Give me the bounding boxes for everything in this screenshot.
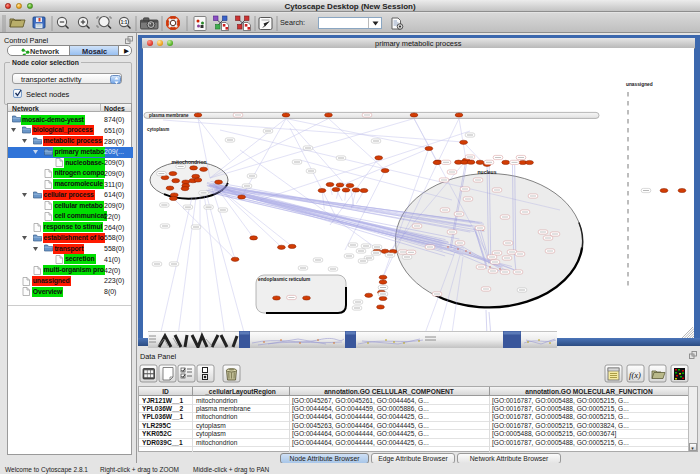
svg-text:nucleus: nucleus [478, 169, 497, 175]
svg-text:f(x): f(x) [629, 370, 641, 380]
svg-text:plasma membrane: plasma membrane [149, 113, 189, 118]
svg-text:1:1: 1:1 [121, 20, 128, 25]
svg-text:cytoplasm: cytoplasm [147, 127, 169, 132]
svg-text:mitochondrion: mitochondrion [172, 159, 207, 165]
svg-text:unassigned: unassigned [626, 82, 653, 87]
svg-text:endoplasmic reticulum: endoplasmic reticulum [258, 277, 310, 282]
